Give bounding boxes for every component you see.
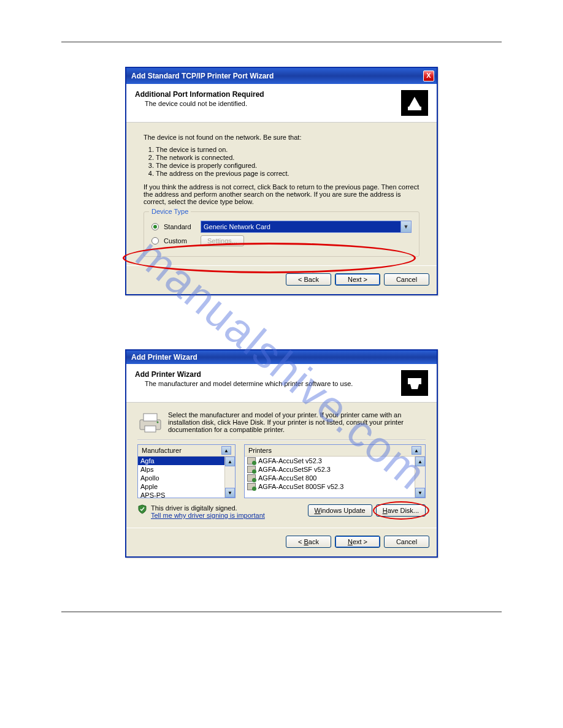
dialog2-button-row: < Back Next > Cancel — [126, 528, 437, 556]
dialog1-step-3: The device is properly configured. — [156, 162, 419, 169]
chevron-down-icon: ▼ — [400, 221, 411, 232]
scroll-down-icon[interactable]: ▼ — [415, 488, 425, 498]
device-type-legend: Device Type — [149, 208, 191, 215]
dialog2-header-subtitle: The manufacturer and model determine whi… — [135, 380, 401, 387]
dialog2-title: Add Printer Wizard — [131, 353, 197, 362]
windows-update-button[interactable]: Windows Update — [308, 504, 372, 517]
svg-point-6 — [157, 422, 159, 423]
divider — [137, 439, 426, 441]
scroll-up-icon[interactable]: ▲ — [225, 457, 235, 466]
page-top-rule — [61, 42, 502, 42]
printer-port-icon — [401, 90, 428, 116]
dialog1-titlebar: Add Standard TCP/IP Printer Port Wizard … — [126, 68, 437, 84]
printers-scrollbar[interactable]: ▲ ▼ — [415, 457, 425, 498]
dialog1-header-title: Additional Port Information Required — [135, 90, 401, 99]
printer-item-icon — [247, 474, 256, 482]
close-button[interactable]: X — [423, 70, 434, 82]
dialog1-step-2: The network is connected. — [156, 154, 419, 161]
back-button[interactable]: < Back — [286, 536, 331, 548]
dialog2-info-text: Select the manufacturer and model of you… — [168, 411, 426, 433]
driver-signing-link[interactable]: Tell me why driver signing is important — [151, 512, 265, 519]
dialog1-step-1: The device is turned on. — [156, 146, 419, 153]
dialog1-title: Add Standard TCP/IP Printer Port Wizard — [131, 72, 274, 80]
manufacturer-item-agfa[interactable]: Agfa — [138, 457, 224, 465]
scroll-down-icon[interactable]: ▼ — [225, 488, 235, 498]
dialog1-body: The device is not found on the network. … — [126, 123, 437, 265]
printer-item-3[interactable]: AGFA-AccuSet 800 — [245, 474, 415, 482]
printer-item-4[interactable]: AGFA-AccuSet 800SF v52.3 — [245, 482, 415, 491]
printer-item-icon — [247, 457, 256, 464]
have-disk-button[interactable]: Have Disk... — [376, 504, 426, 517]
dialog2-body: Select the manufacturer and model of you… — [126, 403, 437, 528]
manufacturer-header: Manufacturer — [142, 447, 182, 454]
radio-standard[interactable] — [151, 223, 159, 230]
printer-wizard-icon — [401, 370, 428, 396]
printers-header: Printers — [248, 447, 272, 454]
radio-custom[interactable] — [151, 237, 159, 245]
manufacturer-item-apollo[interactable]: Apollo — [138, 474, 224, 482]
radio-standard-label: Standard — [164, 223, 196, 230]
manufacturer-item-alps[interactable]: Alps — [138, 465, 224, 474]
back-button[interactable]: < Back — [286, 273, 331, 286]
cancel-button[interactable]: Cancel — [384, 536, 429, 548]
dialog1-intro-text: The device is not found on the network. … — [144, 134, 419, 141]
add-printer-wizard-dialog: Add Printer Wizard Add Printer Wizard Th… — [125, 349, 438, 558]
printer-item-2[interactable]: AGFA-AccuSetSF v52.3 — [245, 465, 415, 474]
printer-item-1[interactable]: AGFA-AccuSet v52.3 — [245, 457, 415, 465]
dialog2-header-title: Add Printer Wizard — [135, 370, 401, 379]
dialog1-header-pane: Additional Port Information Required The… — [126, 84, 437, 123]
scroll-up-icon[interactable]: ▲ — [415, 457, 425, 466]
next-button[interactable]: Next > — [335, 536, 380, 548]
cancel-button[interactable]: Cancel — [384, 273, 429, 286]
manufacturer-item-apple[interactable]: Apple — [138, 482, 224, 491]
sort-up-icon[interactable]: ▲ — [221, 446, 231, 455]
page-bottom-rule — [61, 612, 502, 612]
manufacturer-listbox[interactable]: Manufacturer ▲ Agfa Alps Apollo Apple AP… — [137, 444, 236, 498]
printer-item-icon — [247, 466, 256, 473]
svg-rect-4 — [144, 414, 157, 421]
device-type-dropdown[interactable]: Generic Network Card ▼ — [201, 221, 412, 233]
dialog1-button-row: < Back Next > Cancel — [126, 265, 437, 294]
settings-button[interactable]: Settings... — [201, 235, 244, 246]
driver-signed-text: This driver is digitally signed. — [151, 504, 265, 512]
shield-icon — [137, 504, 147, 514]
svg-rect-1 — [408, 107, 421, 110]
printer-icon — [137, 411, 163, 434]
printer-item-icon — [247, 483, 256, 490]
dialog1-header-subtitle: The device could not be identified. — [135, 100, 401, 107]
device-type-groupbox: Device Type Standard Generic Network Car… — [144, 211, 419, 257]
dialog2-header-pane: Add Printer Wizard The manufacturer and … — [126, 364, 437, 403]
device-type-dropdown-value: Generic Network Card — [204, 223, 270, 230]
dialog1-steps-list: The device is turned on. The network is … — [144, 146, 419, 177]
sort-up-icon[interactable]: ▲ — [412, 446, 421, 455]
next-button[interactable]: Next > — [335, 273, 380, 286]
tcpip-port-wizard-dialog: Add Standard TCP/IP Printer Port Wizard … — [125, 67, 438, 295]
dialog2-titlebar: Add Printer Wizard — [126, 351, 437, 364]
manufacturer-scrollbar[interactable]: ▲ ▼ — [224, 457, 235, 498]
dialog1-step-4: The address on the previous page is corr… — [156, 170, 419, 177]
manufacturer-item-apsps[interactable]: APS-PS — [138, 491, 224, 498]
radio-custom-label: Custom — [164, 237, 196, 245]
printers-listbox[interactable]: Printers ▲ AGFA-AccuSet v52.3 AGFA-AccuS… — [244, 444, 426, 498]
svg-rect-5 — [145, 426, 156, 432]
dialog1-note-text: If you think the address is not correct,… — [144, 183, 419, 205]
